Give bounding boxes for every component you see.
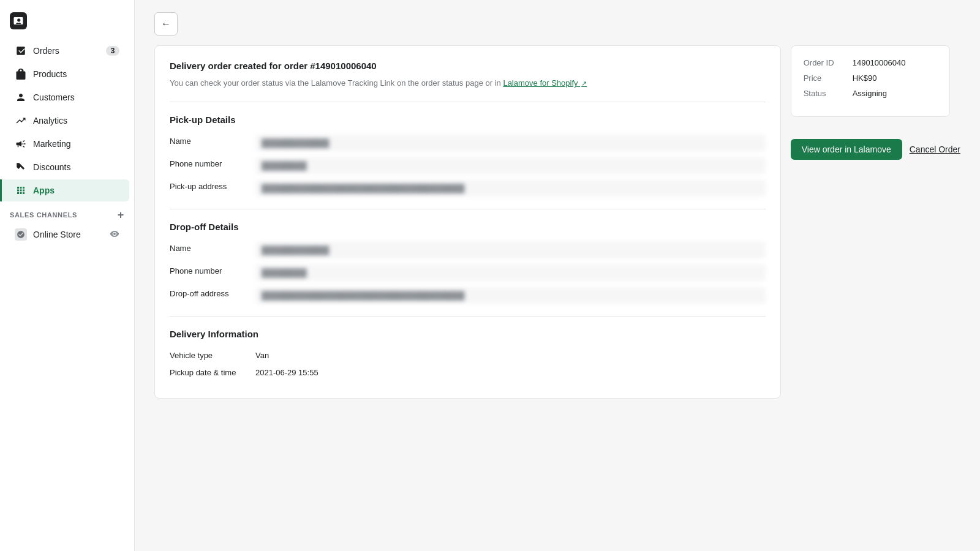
discounts-label: Discounts — [33, 162, 119, 172]
section-divider-1 — [170, 102, 766, 102]
external-link-icon: ↗ — [581, 80, 587, 87]
orders-label: Orders — [33, 46, 100, 56]
sidebar-item-products[interactable]: Products — [5, 63, 129, 85]
pickup-name-value: ████████████ — [255, 135, 766, 151]
order-id-row: Order ID 149010006040 — [804, 58, 937, 67]
section-divider-2 — [170, 209, 766, 209]
pickup-name-row: Name ████████████ — [170, 135, 766, 151]
side-panel: Order ID 149010006040 Price HK$90 Status… — [791, 45, 960, 160]
lalamove-link[interactable]: Lalamove for Shopify ↗ — [503, 78, 587, 88]
vehicle-type-row: Vehicle type Van — [170, 349, 766, 360]
pickup-phone-value: ████████ — [255, 157, 766, 174]
dropoff-address-label: Drop-off address — [170, 287, 255, 298]
sidebar-item-analytics[interactable]: Analytics — [5, 110, 129, 132]
pickup-name-label: Name — [170, 135, 255, 146]
price-row: Price HK$90 — [804, 73, 937, 83]
back-button[interactable]: ← — [154, 12, 178, 36]
price-label: Price — [804, 73, 853, 83]
online-store-icon — [15, 228, 27, 241]
sidebar-logo — [0, 5, 134, 39]
orders-badge: 3 — [106, 46, 119, 56]
customers-label: Customers — [33, 92, 119, 102]
dropoff-phone-value: ████████ — [255, 264, 766, 281]
view-order-button[interactable]: View order in Lalamove — [791, 139, 902, 160]
dropoff-name-value: ████████████ — [255, 242, 766, 258]
pickup-address-row: Pick-up address ████████████████████████… — [170, 180, 766, 197]
marketing-label: Marketing — [33, 139, 119, 149]
delivery-subtitle: You can check your order status via the … — [170, 77, 766, 89]
logo-icon — [10, 12, 27, 29]
delivery-card: Delivery order created for order #149010… — [154, 45, 781, 399]
marketing-icon — [15, 138, 27, 150]
online-store-left: Online Store — [15, 228, 81, 241]
delivery-info-title: Delivery Information — [170, 329, 766, 339]
sidebar-item-discounts[interactable]: Discounts — [5, 156, 129, 178]
actions-area: View order in Lalamove Cancel Order — [791, 139, 960, 160]
status-value: Assigning — [853, 89, 887, 98]
pickup-address-label: Pick-up address — [170, 180, 255, 191]
order-id-value: 149010006040 — [853, 58, 906, 67]
dropoff-phone-label: Phone number — [170, 264, 255, 276]
online-store-eye-icon[interactable] — [110, 229, 119, 241]
sidebar-item-customers[interactable]: Customers — [5, 86, 129, 108]
cancel-order-button[interactable]: Cancel Order — [910, 144, 960, 154]
analytics-label: Analytics — [33, 116, 119, 126]
dropoff-name-row: Name ████████████ — [170, 242, 766, 258]
analytics-icon — [15, 114, 27, 127]
orders-icon — [15, 45, 27, 57]
main-content: ← Delivery order created for order #1490… — [135, 0, 980, 551]
order-info-card: Order ID 149010006040 Price HK$90 Status… — [791, 45, 950, 117]
dropoff-address-value: ████████████████████████████████████ — [255, 287, 766, 304]
pickup-section-title: Pick-up Details — [170, 114, 766, 125]
pickup-datetime-value: 2021-06-29 15:55 — [255, 366, 766, 377]
status-row: Status Assigning — [804, 89, 937, 98]
pickup-phone-label: Phone number — [170, 157, 255, 168]
vehicle-type-label: Vehicle type — [170, 349, 255, 360]
dropoff-address-row: Drop-off address ███████████████████████… — [170, 287, 766, 304]
customers-icon — [15, 91, 27, 103]
discounts-icon — [15, 161, 27, 173]
dropoff-section-title: Drop-off Details — [170, 222, 766, 232]
products-label: Products — [33, 69, 119, 79]
vehicle-type-value: Van — [255, 349, 766, 360]
pickup-address-value: ████████████████████████████████████ — [255, 180, 766, 197]
order-id-label: Order ID — [804, 58, 853, 67]
apps-label: Apps — [33, 186, 119, 195]
pickup-datetime-row: Pickup date & time 2021-06-29 15:55 — [170, 366, 766, 377]
section-divider-3 — [170, 316, 766, 317]
online-store-label: Online Store — [33, 230, 81, 239]
sales-channels-header: SALES CHANNELS + — [0, 202, 134, 223]
price-value: HK$90 — [853, 73, 877, 83]
content-area: Delivery order created for order #149010… — [154, 45, 960, 399]
sidebar: Orders 3 Products Customers Analytics Ma… — [0, 0, 135, 551]
status-label: Status — [804, 89, 853, 98]
delivery-title: Delivery order created for order #149010… — [170, 61, 766, 71]
apps-icon — [15, 184, 27, 197]
sidebar-item-marketing[interactable]: Marketing — [5, 133, 129, 155]
sidebar-item-apps[interactable]: Apps — [0, 179, 129, 201]
dropoff-name-label: Name — [170, 242, 255, 253]
add-sales-channel-button[interactable]: + — [118, 209, 124, 220]
pickup-phone-row: Phone number ████████ — [170, 157, 766, 174]
sidebar-item-orders[interactable]: Orders 3 — [5, 40, 129, 62]
sidebar-item-online-store[interactable]: Online Store — [5, 223, 129, 246]
pickup-datetime-label: Pickup date & time — [170, 366, 255, 377]
sales-channels-label: SALES CHANNELS — [10, 211, 77, 219]
dropoff-phone-row: Phone number ████████ — [170, 264, 766, 281]
products-icon — [15, 68, 27, 80]
